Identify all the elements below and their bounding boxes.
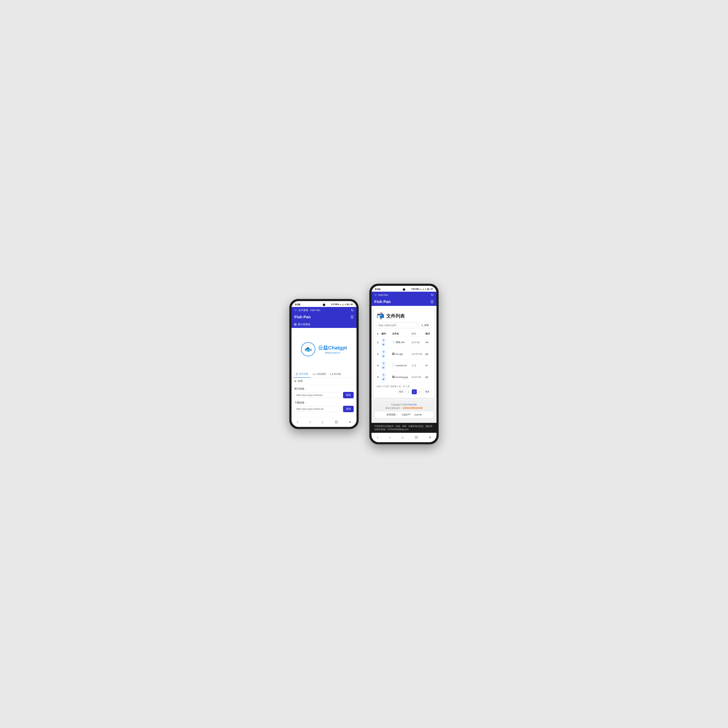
download-btn[interactable]: ⬇ (381, 373, 386, 377)
hamburger-left[interactable]: ☰ (350, 315, 354, 319)
op-sep: | (387, 374, 387, 376)
file-type-icon: 📄 (392, 341, 395, 344)
page-next[interactable]: » (418, 389, 423, 394)
footer-runtime: 本站已安全运行：108天9小时54分50秒 (374, 407, 434, 410)
cell-format: jpg (425, 371, 431, 383)
footer-link-onetb[interactable]: OneTB (414, 413, 422, 416)
file-table: # 操作 文件名 大小 格式 1 ⬇ | ▶ 📄模板.doc (376, 331, 431, 383)
pagination-info: 共有 4 个文件 当前第 1 页，共 1 页 (376, 385, 431, 388)
nav-forward-left[interactable]: › (309, 420, 310, 424)
page-prev[interactable]: « (406, 389, 411, 394)
th-num: # (376, 331, 381, 336)
hamburger-right[interactable]: ☰ (430, 300, 434, 304)
search-btn-label: 搜索 (424, 324, 429, 327)
cell-name: 📄模板.doc (392, 336, 411, 348)
logo-cn-text: 公益Chatgpt (318, 345, 347, 350)
footer-link-gpt[interactable]: 公益GPT (402, 413, 411, 416)
nav-home-left[interactable]: ⌂ (321, 420, 324, 424)
search-row: 🔍 搜索 (376, 322, 431, 328)
punch-hole-left (323, 304, 325, 306)
view-btn[interactable]: ▶ (381, 377, 386, 381)
table-header-row: # 操作 文件名 大小 格式 (376, 331, 431, 336)
op-sep: | (387, 351, 387, 353)
cell-size: 11 B (411, 360, 425, 371)
manage-label: 管理 (298, 380, 303, 383)
download-link-input[interactable]: https://pan.ycyyy.cn/down.ph (294, 406, 342, 412)
nav-menu-left[interactable]: ≡ (349, 420, 351, 424)
download-link-row: https://pan.ycyyy.cn/down.ph 复制 (294, 406, 354, 412)
search-icon: 🔍 (421, 324, 424, 327)
tab-file-external[interactable]: 🔗 文件外链 (293, 370, 310, 378)
th-ops: 操作 (381, 331, 392, 336)
file-list-card: 📬 文件列表 🔍 搜索 # 操作 (373, 309, 434, 398)
pagination-btns: 首页 « 1 » 尾页 (376, 389, 431, 394)
page-1[interactable]: 1 (412, 389, 417, 394)
file-list-header: 📬 文件列表 (376, 312, 431, 320)
tab-code-invoke[interactable]: </> 代码调用 (310, 370, 328, 378)
cell-name: 🖼touxiang.jpg (392, 371, 411, 383)
nav-recent-left[interactable]: ⊡ (335, 420, 338, 424)
footer-copyright: Copyright © 2024 Fish Pan (374, 404, 434, 406)
phone-left: 9:56 1.97 KB/s ▲ 🔔 ▼ |||| ≈ 6G 🛡 文件查看 - … (289, 299, 359, 429)
tab-external-label: 文件外链 (299, 372, 308, 376)
search-button[interactable]: 🔍 搜索 (418, 322, 431, 328)
search-input[interactable] (376, 322, 417, 328)
fish-logo-text: 公益Chatgpt www.ycyyy.cn (318, 344, 347, 354)
status-icons-right: 5.93 KB/s ▲ 🔔 ▼ |||| ≈ 67 (411, 288, 433, 290)
file-list-title: 文件列表 (386, 313, 405, 319)
cell-num: 3 (376, 360, 381, 371)
file-list-icon: 📬 (376, 312, 384, 320)
logo-url-text: www.ycyyy.cn (318, 351, 347, 354)
app-bar-title-row-left: 🛡 文件查看 - Fish Pan (294, 309, 320, 312)
page-first[interactable]: 首页 (397, 389, 405, 394)
view-btn[interactable]: ▶ (381, 354, 386, 358)
manage-icon: ⚙ (294, 380, 297, 383)
nav-menu-right[interactable]: ≡ (429, 435, 431, 439)
view-btn[interactable]: ▶ (381, 366, 386, 370)
signal-icons-left: 1.97 KB/s ▲ 🔔 ▼ |||| ≈ 6G (331, 303, 353, 305)
shield-icon-right: 🛡 (374, 294, 377, 297)
download-btn[interactable]: ⬇ (381, 350, 386, 354)
image-link-row: https://pan.ycyyy.cn/view.ph 复制 (294, 392, 354, 398)
footer-brand-link[interactable]: Fish Pan (408, 404, 417, 406)
manage-bar[interactable]: ⚙ 管理 (292, 378, 356, 385)
app-bar-title-row-right: 🛡 Fish Pan (374, 294, 388, 297)
refresh-icon-left[interactable]: ↻ (351, 308, 354, 312)
shield-icon-left: 🛡 (294, 309, 297, 312)
tabs-row: 🔗 文件外链 </> 代码调用 ℹ 文件详情 (292, 370, 356, 378)
view-btn[interactable]: ▶ (381, 342, 386, 347)
tab-detail-icon: ℹ (330, 373, 331, 376)
punch-hole-right (403, 288, 405, 291)
image-link-copy-btn[interactable]: 复制 (343, 392, 354, 398)
table-row: 1 ⬇ | ▶ 📄模板.doc 26.5 KB doc (376, 336, 431, 348)
bottom-nav-left: ‹ › ⌂ ⊡ ≡ (292, 418, 356, 427)
cell-ops: ⬇ | ▶ (381, 360, 392, 371)
page-last[interactable]: 尾页 (424, 389, 431, 394)
op-sep: | (387, 362, 387, 364)
nav-home-right[interactable]: ⌂ (402, 435, 404, 439)
nav-back-right[interactable]: ‹ (377, 435, 378, 439)
image-link-input[interactable]: https://pan.ycyyy.cn/view.ph (294, 392, 342, 398)
download-link-copy-btn[interactable]: 复制 (343, 406, 354, 412)
fish-logo: 🐟 公益Chatgpt www.ycyyy.cn (301, 342, 347, 356)
cell-num: 2 (376, 348, 381, 360)
nav-forward-right[interactable]: › (389, 435, 390, 439)
cell-name: 📄ceshitxt.txt (392, 360, 411, 371)
warning-bar: 不得利用云存储发布、存储、淫秽、诈骗等违法信息。侵权/违法投诉 邮箱：30754… (372, 423, 436, 433)
refresh-icon-right[interactable]: ↻ (431, 293, 434, 297)
cell-ops: ⬇ | ▶ (381, 336, 392, 348)
nav-recent-right[interactable]: ⊡ (415, 435, 418, 439)
download-btn[interactable]: ⬇ (381, 338, 386, 342)
th-name: 文件名 (392, 331, 411, 336)
cell-num: 4 (376, 371, 381, 383)
app-bar-left: 🛡 文件查看 - Fish Pan ↻ (292, 307, 356, 314)
app-bar2-title-right: Fish Pan (374, 300, 391, 304)
nav-back-left[interactable]: ‹ (297, 420, 298, 424)
content-right: 📬 文件列表 🔍 搜索 # 操作 (372, 309, 436, 433)
tab-file-detail[interactable]: ℹ 文件详情 (328, 370, 343, 378)
th-format: 格式 (425, 331, 431, 336)
tab-external-icon: 🔗 (295, 373, 298, 375)
cell-size: 44.83 KB (411, 371, 425, 383)
cell-size: 126.59 KB (411, 348, 425, 360)
download-btn[interactable]: ⬇ (381, 361, 386, 366)
